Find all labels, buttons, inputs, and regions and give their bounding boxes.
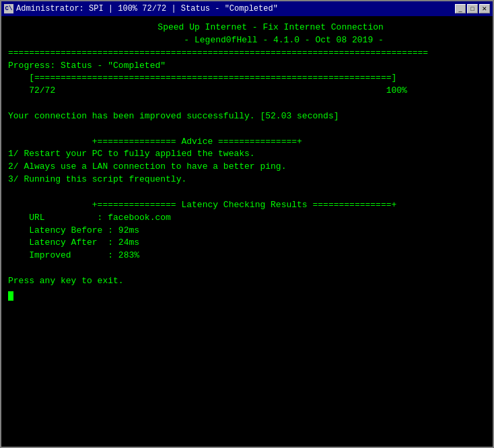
header-line1: Speed Up Internet - Fix Internet Connect… xyxy=(8,22,486,34)
close-button[interactable]: ✕ xyxy=(479,4,490,13)
window-title: Administrator: SPI | 100% 72/72 | Status… xyxy=(16,4,278,13)
latency-url: URL : facebook.com xyxy=(8,212,486,225)
progress-bar: [=======================================… xyxy=(8,72,486,85)
blank4 xyxy=(8,186,486,199)
header-line2: - Legend0fHell - 4.1.0 - Oct 08 2019 - xyxy=(8,34,486,47)
separator1: ========================================… xyxy=(8,47,486,60)
exit-message: Press any key to exit. xyxy=(8,275,486,288)
title-bar-left: C\ Administrator: SPI | 100% 72/72 | Sta… xyxy=(4,4,278,13)
success-message: Your connection has been improved succes… xyxy=(8,110,486,123)
cursor-line xyxy=(8,288,486,301)
cursor-blink xyxy=(8,291,13,301)
advice-3: 3/ Running this script frequently. xyxy=(8,174,486,186)
latency-before: Latency Before : 92ms xyxy=(8,225,486,237)
title-buttons: _ □ ✕ xyxy=(455,4,490,13)
window-icon: C\ xyxy=(4,4,13,13)
minimize-button[interactable]: _ xyxy=(455,4,466,13)
latency-improved: Improved : 283% xyxy=(8,250,486,262)
title-bar: C\ Administrator: SPI | 100% 72/72 | Sta… xyxy=(1,1,493,16)
console-output: Speed Up Internet - Fix Internet Connect… xyxy=(1,16,493,447)
progress-counts: 72/72 100% xyxy=(8,85,486,98)
main-window: C\ Administrator: SPI | 100% 72/72 | Sta… xyxy=(0,0,494,448)
blank5 xyxy=(8,262,486,275)
advice-2: 2/ Always use a LAN connection to have a… xyxy=(8,161,486,174)
latency-header: +=============== Latency Checking Result… xyxy=(8,199,486,212)
advice-header: +=============== Advice ===============+ xyxy=(8,136,486,149)
progress-label: Progress: Status - "Completed" xyxy=(8,60,486,73)
maximize-button[interactable]: □ xyxy=(467,4,478,13)
advice-1: 1/ Restart your PC to fully applied the … xyxy=(8,148,486,161)
blank3 xyxy=(8,123,486,136)
latency-after: Latency After : 24ms xyxy=(8,237,486,250)
blank2 xyxy=(8,98,486,110)
